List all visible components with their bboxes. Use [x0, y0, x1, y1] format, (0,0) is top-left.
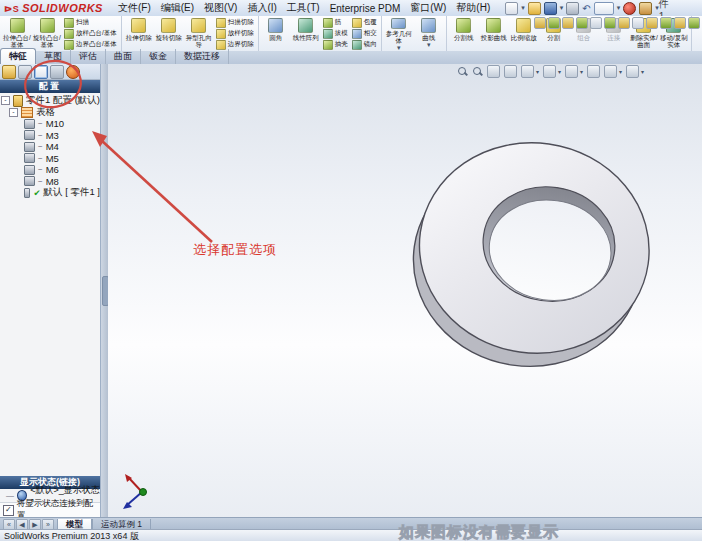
split-line-button[interactable]: 分割线	[449, 16, 479, 51]
link-display-states-checkbox[interactable]	[3, 505, 14, 516]
undo-icon[interactable]: ↶	[582, 3, 590, 14]
tool-icon[interactable]	[604, 17, 616, 29]
solidworks-logo: SOLIDWORKS	[4, 2, 103, 14]
scroll-first-icon[interactable]: «	[3, 519, 15, 530]
propertymanager-tab-icon[interactable]	[18, 65, 32, 79]
tool-icon[interactable]	[660, 17, 672, 29]
collapse-icon[interactable]: -	[9, 108, 18, 117]
print-icon[interactable]	[566, 2, 579, 15]
tool-icon[interactable]	[590, 17, 602, 29]
lofted-boss-button[interactable]: 放样凸台/基体	[64, 29, 117, 39]
display-style-icon[interactable]	[543, 65, 556, 78]
menu-help[interactable]: 帮助(H)	[451, 1, 495, 15]
rib-button[interactable]: 筋	[323, 18, 348, 28]
view-settings-icon[interactable]	[626, 65, 639, 78]
tool-icon[interactable]	[688, 17, 700, 29]
project-curve-button[interactable]: 投影曲线	[479, 16, 509, 51]
fillet-button[interactable]: 圆角	[261, 16, 291, 51]
tool-icon[interactable]	[618, 17, 630, 29]
edit-appearance-icon[interactable]	[587, 65, 600, 78]
chevron-down-icon[interactable]: ▾	[427, 41, 431, 48]
extruded-cut-icon	[131, 18, 146, 33]
boundary-cut-button[interactable]: 边界切除	[216, 40, 254, 50]
tab-sketch[interactable]: 草图	[36, 49, 71, 64]
tab-sheet-metal[interactable]: 钣金	[141, 49, 176, 64]
tool-icon[interactable]	[562, 17, 574, 29]
previous-view-icon[interactable]	[487, 65, 500, 78]
reference-geometry-button[interactable]: 参考几何体▾	[384, 16, 414, 51]
boundary-boss-button[interactable]: 边界凸台/基体	[64, 40, 117, 50]
select-tool-icon[interactable]	[594, 2, 614, 15]
intersect-button[interactable]: 相交	[352, 29, 377, 39]
options-icon[interactable]	[639, 2, 652, 15]
tree-row-config[interactable]: − M5	[0, 153, 100, 165]
view-orientation-icon[interactable]	[521, 65, 534, 78]
hole-wizard-button[interactable]: 异型孔向导	[184, 16, 214, 51]
tool-icon[interactable]	[548, 17, 560, 29]
swept-cut-button[interactable]: 扫描切除	[216, 18, 254, 28]
hide-show-items-icon[interactable]	[565, 65, 578, 78]
new-document-icon[interactable]	[505, 2, 518, 15]
menu-tools[interactable]: 工具(T)	[282, 1, 325, 15]
chevron-down-icon[interactable]: ▾	[521, 4, 525, 12]
zoom-to-area-icon[interactable]	[472, 66, 483, 77]
extruded-cut-button[interactable]: 拉伸切除	[124, 16, 154, 51]
wrap-button[interactable]: 包覆	[352, 18, 377, 28]
shell-button[interactable]: 抽壳	[323, 40, 348, 50]
tab-data-migration[interactable]: 数据迁移	[176, 49, 229, 64]
tab-features[interactable]: 特征	[0, 48, 36, 64]
chevron-down-icon[interactable]: ▾	[560, 4, 564, 12]
mirror-button[interactable]: 镜向	[352, 40, 377, 50]
collapse-icon[interactable]: -	[1, 96, 10, 105]
chevron-down-icon[interactable]: ▾	[397, 44, 401, 51]
menu-window[interactable]: 窗口(W)	[405, 1, 451, 15]
scroll-right-icon[interactable]: ▶	[29, 519, 41, 530]
chevron-down-icon[interactable]: ▾	[617, 4, 621, 12]
swept-boss-button[interactable]: 扫描	[64, 18, 117, 28]
washer-3d-model[interactable]	[108, 64, 702, 517]
menu-file[interactable]: 文件(F)	[113, 1, 156, 15]
project-curve-icon	[486, 18, 501, 33]
tool-icon[interactable]	[534, 17, 546, 29]
displaymanager-tab-icon[interactable]	[50, 65, 64, 79]
menu-enterprise-pdm[interactable]: Enterprise PDM	[325, 3, 406, 14]
draft-button[interactable]: 拔模	[323, 29, 348, 39]
save-icon[interactable]	[544, 2, 557, 15]
tree-row-config[interactable]: − M3	[0, 130, 100, 142]
configurationmanager-tab-icon[interactable]	[34, 65, 48, 79]
tab-model[interactable]: 模型	[57, 519, 92, 530]
tool-icon[interactable]	[646, 17, 658, 29]
featuremanager-tab-icon[interactable]	[2, 65, 16, 79]
apply-scene-icon[interactable]	[604, 65, 617, 78]
section-view-icon[interactable]	[504, 65, 517, 78]
menu-insert[interactable]: 插入(I)	[242, 1, 281, 15]
tool-icon[interactable]	[576, 17, 588, 29]
tree-row-config[interactable]: − M6	[0, 164, 100, 176]
tool-icon[interactable]	[632, 17, 644, 29]
extruded-boss-button[interactable]: 拉伸凸台/基体	[2, 16, 32, 51]
tree-row-config[interactable]: − M10	[0, 118, 100, 130]
panel-splitter[interactable]	[101, 64, 108, 517]
curves-button[interactable]: 曲线▾	[414, 16, 444, 51]
scroll-left-icon[interactable]: ◀	[16, 519, 28, 530]
lofted-cut-button[interactable]: 放样切除	[216, 29, 254, 39]
tab-evaluate[interactable]: 评估	[71, 49, 106, 64]
tab-surfaces[interactable]: 曲面	[106, 49, 141, 64]
menu-view[interactable]: 视图(V)	[199, 1, 242, 15]
menu-edit[interactable]: 编辑(E)	[156, 1, 199, 15]
tree-row-active-config[interactable]: 默认 [ 零件1 ]	[0, 187, 100, 199]
tab-motion-study[interactable]: 运动算例 1	[92, 519, 151, 530]
scroll-last-icon[interactable]: »	[42, 519, 54, 530]
revolved-boss-button[interactable]: 旋转凸台/基体	[32, 16, 62, 51]
rebuild-icon[interactable]	[623, 2, 636, 15]
tree-row-table[interactable]: - 表格	[0, 107, 100, 119]
zoom-to-fit-icon[interactable]	[457, 66, 468, 77]
linear-pattern-button[interactable]: 线性阵列	[291, 16, 321, 51]
tree-row-config[interactable]: − M4	[0, 141, 100, 153]
revolved-cut-icon	[161, 18, 176, 33]
tool-icon[interactable]	[674, 17, 686, 29]
open-icon[interactable]	[528, 2, 541, 15]
dimxpertmanager-tab-icon[interactable]	[66, 65, 80, 79]
revolved-cut-button[interactable]: 旋转切除	[154, 16, 184, 51]
graphics-viewport[interactable]: ▾ ▾ ▾ ▾ ▾	[108, 64, 702, 517]
